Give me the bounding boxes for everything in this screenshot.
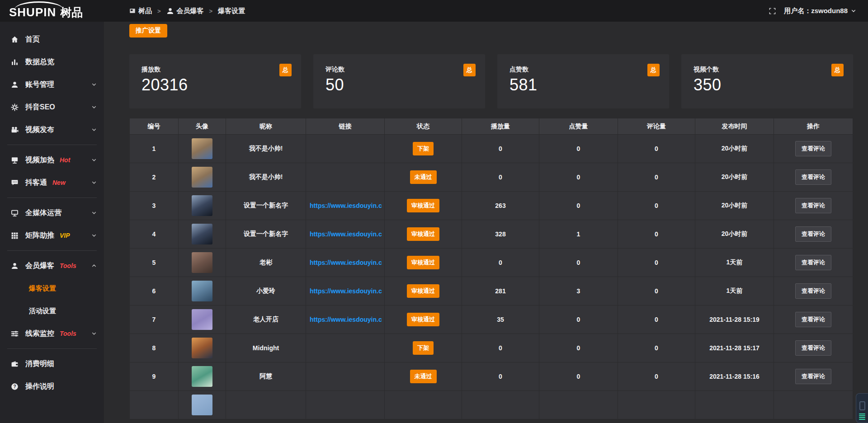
chevron-down-icon bbox=[91, 331, 97, 336]
cell-id: 4 bbox=[130, 220, 179, 249]
promo-settings-button[interactable]: 推广设置 bbox=[129, 24, 167, 38]
status-button[interactable]: 下架 bbox=[413, 341, 434, 355]
sidebar-item-label: 爆客设置 bbox=[29, 284, 56, 293]
stat-card-plays: 播放数20316总 bbox=[129, 54, 301, 108]
sidebar-item-baoke-settings[interactable]: 爆客设置 bbox=[0, 277, 104, 300]
view-comments-button[interactable]: 查看评论 bbox=[795, 312, 831, 327]
table-row: 5老彬https://www.iesdouyin.c审核通过0001天前查看评论 bbox=[130, 249, 853, 277]
avatar bbox=[192, 224, 212, 244]
sidebar-item-consumption-details[interactable]: 消费明细 bbox=[0, 352, 104, 375]
cell-status: 未通过 bbox=[385, 163, 462, 192]
chevron-down-icon bbox=[91, 233, 97, 238]
cell-comments: 0 bbox=[618, 249, 695, 277]
sliders-icon bbox=[11, 330, 19, 338]
user-icon bbox=[11, 81, 19, 89]
cell bbox=[179, 391, 226, 419]
view-comments-button[interactable]: 查看评论 bbox=[795, 169, 831, 185]
stat-value: 20316 bbox=[142, 75, 289, 94]
cell-comments: 0 bbox=[618, 163, 695, 192]
wallet-icon bbox=[11, 360, 19, 368]
app-logo[interactable]: SHUPIN 树品 bbox=[0, 0, 104, 22]
cell-comments: 0 bbox=[618, 362, 695, 391]
user-menu[interactable]: 用户名：zswodun88 bbox=[784, 7, 856, 15]
cell-avatar bbox=[179, 135, 226, 163]
video-camera-icon bbox=[11, 126, 19, 134]
status-button[interactable]: 审核通过 bbox=[407, 256, 439, 269]
status-button[interactable]: 审核通过 bbox=[407, 227, 439, 241]
stat-value: 50 bbox=[326, 75, 473, 94]
cell-comments: 0 bbox=[618, 277, 695, 306]
status-button[interactable]: 未通过 bbox=[410, 170, 437, 184]
view-comments-button[interactable]: 查看评论 bbox=[795, 226, 831, 242]
video-link[interactable]: https://www.iesdouyin.c bbox=[306, 316, 384, 323]
breadcrumb-item-member-baoke[interactable]: 会员爆客 bbox=[166, 7, 204, 15]
total-badge: 总 bbox=[463, 64, 476, 76]
view-comments-button[interactable]: 查看评论 bbox=[795, 369, 831, 384]
sidebar-item-video-publish[interactable]: 视频发布 bbox=[0, 118, 104, 141]
column-header-nickname: 昵称 bbox=[226, 118, 306, 135]
breadcrumb-item-shupin[interactable]: 树品 bbox=[129, 7, 152, 15]
sidebar-divider bbox=[7, 348, 97, 349]
status-button[interactable]: 审核通过 bbox=[407, 199, 439, 212]
cell-link: https://www.iesdouyin.c bbox=[306, 306, 385, 334]
video-link[interactable]: https://www.iesdouyin.c bbox=[306, 287, 384, 295]
chevron-down-icon bbox=[91, 82, 97, 87]
status-button[interactable]: 审核通过 bbox=[407, 284, 439, 298]
total-badge: 总 bbox=[831, 64, 844, 76]
view-comments-button[interactable]: 查看评论 bbox=[795, 283, 831, 299]
cell-actions: 查看评论 bbox=[774, 249, 853, 277]
cell-publish-time: 1天前 bbox=[695, 249, 774, 277]
avatar bbox=[192, 366, 212, 387]
sidebar-item-douyin-seo[interactable]: 抖音SEO bbox=[0, 96, 104, 118]
grid-icon bbox=[11, 232, 19, 240]
sidebar-item-data-overview[interactable]: 数据总览 bbox=[0, 51, 104, 73]
main-content: 推广设置 播放数20316总评论数50总点赞数581总视频个数350总 编号头像… bbox=[104, 0, 868, 419]
sidebar-item-label: 会员爆客 bbox=[25, 261, 54, 271]
cell-plays: 328 bbox=[462, 220, 539, 249]
status-button[interactable]: 审核通过 bbox=[407, 313, 439, 326]
column-header-avatar: 头像 bbox=[179, 118, 226, 135]
sidebar-item-matrix-boost[interactable]: 矩阵助推VIP bbox=[0, 224, 104, 247]
cell-actions: 查看评论 bbox=[774, 135, 853, 163]
avatar bbox=[192, 338, 212, 358]
sidebar-item-operation-guide[interactable]: ?操作说明 bbox=[0, 375, 104, 398]
floating-service-widget[interactable] bbox=[856, 393, 868, 423]
view-comments-button[interactable]: 查看评论 bbox=[795, 198, 831, 213]
widget-line bbox=[859, 414, 865, 414]
sidebar-item-badge: Tools bbox=[60, 330, 76, 337]
video-link[interactable]: https://www.iesdouyin.c bbox=[306, 202, 384, 209]
fullscreen-icon[interactable] bbox=[769, 8, 776, 14]
sidebar-item-badge: New bbox=[52, 179, 66, 186]
cell-link bbox=[306, 334, 385, 362]
view-comments-button[interactable]: 查看评论 bbox=[795, 340, 831, 356]
sidebar-item-account-management[interactable]: 账号管理 bbox=[0, 73, 104, 96]
sidebar-divider bbox=[7, 250, 97, 251]
view-comments-button[interactable]: 查看评论 bbox=[795, 141, 831, 156]
sidebar-item-activity-settings[interactable]: 活动设置 bbox=[0, 300, 104, 322]
cell bbox=[695, 391, 774, 419]
status-button[interactable]: 下架 bbox=[413, 142, 434, 155]
cell bbox=[385, 391, 462, 419]
sidebar-item-home[interactable]: 首页 bbox=[0, 28, 104, 51]
cell-link bbox=[306, 362, 385, 391]
cell-avatar bbox=[179, 220, 226, 249]
cell-status: 审核通过 bbox=[385, 277, 462, 306]
sidebar-item-video-heating[interactable]: 视频加热Hot bbox=[0, 149, 104, 171]
cell-status: 下架 bbox=[385, 135, 462, 163]
video-link[interactable]: https://www.iesdouyin.c bbox=[306, 259, 384, 266]
cell bbox=[226, 391, 306, 419]
stat-label: 播放数 bbox=[142, 66, 289, 74]
cell-status: 审核通过 bbox=[385, 306, 462, 334]
cell-actions: 查看评论 bbox=[774, 192, 853, 220]
cell-id: 1 bbox=[130, 135, 179, 163]
sidebar-item-member-baoke[interactable]: 会员爆客Tools bbox=[0, 254, 104, 277]
sidebar-item-clue-monitoring[interactable]: 线索监控Tools bbox=[0, 322, 104, 345]
view-comments-button[interactable]: 查看评论 bbox=[795, 255, 831, 270]
status-button[interactable]: 未通过 bbox=[410, 370, 437, 383]
cell-likes: 0 bbox=[539, 334, 618, 362]
avatar bbox=[192, 395, 212, 415]
sidebar-item-omni-media[interactable]: 全媒体运营 bbox=[0, 202, 104, 224]
sidebar-item-douketong[interactable]: 抖客通New bbox=[0, 171, 104, 194]
video-link[interactable]: https://www.iesdouyin.c bbox=[306, 230, 384, 238]
stat-label: 评论数 bbox=[326, 66, 473, 74]
